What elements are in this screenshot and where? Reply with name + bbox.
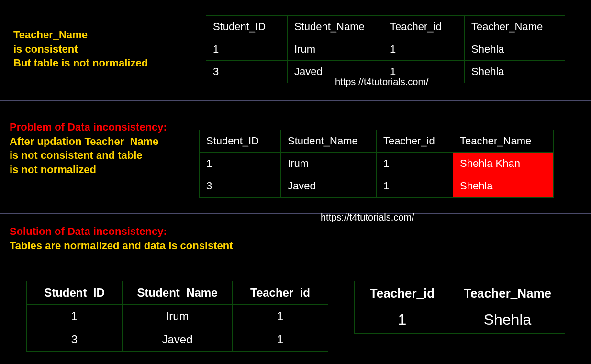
table-row: 1 Irum 1 Shehla [206, 38, 565, 61]
caption-1: Teacher_Name is consistent But table is … [13, 28, 148, 70]
col-student-id: Student_ID [27, 281, 123, 305]
cell: Irum [123, 305, 233, 328]
cell: 1 [383, 38, 465, 61]
table-row: 3 Javed 1 [27, 328, 328, 352]
cell: 1 [233, 328, 328, 352]
col-teacher-name: Teacher_Name [453, 130, 554, 153]
col-teacher-id: Teacher_id [383, 16, 465, 38]
table-not-normalized: Student_ID Student_Name Teacher_id Teach… [206, 15, 565, 83]
table-row: 1 Irum 1 [27, 305, 328, 328]
table-header-row: Student_ID Student_Name Teacher_id Teach… [200, 130, 554, 153]
section-problem: Problem of Data inconsistency: After upd… [0, 101, 591, 213]
section-consistent: Teacher_Name is consistent But table is … [0, 0, 591, 100]
caption-1-line2: is consistent [13, 42, 148, 56]
section-solution: https://t4tutorials.com/ Solution of Dat… [0, 214, 591, 364]
col-teacher-id: Teacher_id [377, 130, 453, 153]
cell: 3 [200, 175, 281, 198]
col-teacher-name: Teacher_Name [465, 16, 565, 38]
table-normalized-teachers: Teacher_id Teacher_Name 1 Shehla [354, 281, 565, 334]
caption-2-line2: is not consistent and table [10, 148, 167, 163]
cell: Irum [288, 38, 383, 61]
table-row: 3 Javed 1 Shehla [200, 175, 554, 198]
table-header-row: Student_ID Student_Name Teacher_id Teach… [206, 16, 565, 38]
caption-3: Solution of Data inconsistency: Tables a… [10, 224, 233, 253]
cell-highlighted: Shehla [453, 175, 554, 198]
cell: Javed [123, 328, 233, 352]
cell: 1 [377, 153, 453, 175]
col-student-name: Student_Name [123, 281, 233, 305]
table-row: 1 Shehla [355, 306, 565, 334]
cell: 3 [206, 61, 288, 83]
cell: 1 [200, 153, 281, 175]
cell: 1 [377, 175, 453, 198]
caption-2-line3: is not normalized [10, 163, 167, 177]
cell: 1 [355, 306, 450, 334]
cell: Shehla [450, 306, 565, 334]
caption-2: Problem of Data inconsistency: After upd… [10, 120, 167, 177]
col-student-name: Student_Name [281, 130, 377, 153]
cell: Shehla [465, 38, 565, 61]
table-header-row: Student_ID Student_Name Teacher_id [27, 281, 328, 305]
cell: 1 [233, 305, 328, 328]
table-row: 1 Irum 1 Shehla Khan [200, 153, 554, 175]
table-inconsistent: Student_ID Student_Name Teacher_id Teach… [199, 130, 554, 198]
cell: Shehla [465, 61, 565, 83]
caption-1-line1: Teacher_Name [13, 28, 148, 42]
caption-2-title: Problem of Data inconsistency: [10, 120, 167, 134]
col-student-id: Student_ID [206, 16, 288, 38]
table-header-row: Teacher_id Teacher_Name [355, 281, 565, 306]
col-teacher-id: Teacher_id [233, 281, 328, 305]
cell: 1 [206, 38, 288, 61]
caption-1-line3: But table is not normalized [13, 56, 148, 70]
cell: Irum [281, 153, 377, 175]
caption-3-title: Solution of Data inconsistency: [10, 224, 233, 239]
col-student-name: Student_Name [288, 16, 383, 38]
watermark: https://t4tutorials.com/ [335, 77, 429, 88]
cell-highlighted: Shehla Khan [453, 153, 554, 175]
cell: 1 [27, 305, 123, 328]
col-student-id: Student_ID [200, 130, 281, 153]
col-teacher-name: Teacher_Name [450, 281, 565, 306]
cell: Javed [281, 175, 377, 198]
col-teacher-id: Teacher_id [355, 281, 450, 306]
caption-3-line1: Tables are normalized and data is consis… [10, 239, 233, 253]
cell: 3 [27, 328, 123, 352]
table-normalized-students: Student_ID Student_Name Teacher_id 1 Iru… [26, 281, 328, 352]
watermark: https://t4tutorials.com/ [321, 212, 414, 223]
caption-2-line1: After updation Teacher_Name [10, 134, 167, 149]
